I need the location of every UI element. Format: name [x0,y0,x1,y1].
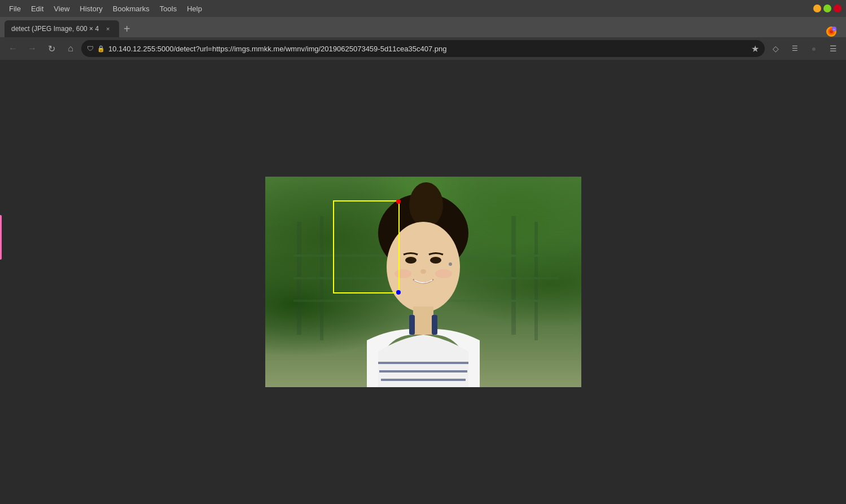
svg-point-16 [405,257,417,264]
home-button[interactable]: ⌂ [62,40,79,57]
menu-tools[interactable]: Tools [155,2,181,15]
nav-actions: ◇ ☰ ● ☰ [767,40,841,57]
window-controls [813,5,841,12]
person-figure [265,177,581,387]
left-accent [0,215,2,260]
svg-point-18 [420,269,426,274]
back-icon: ← [8,43,17,54]
reload-icon: ↻ [48,43,55,54]
security-icon: 🛡 [87,45,94,52]
menu-button[interactable]: ☰ [825,40,841,57]
close-button[interactable] [834,5,841,12]
svg-rect-25 [409,315,415,335]
svg-point-14 [409,182,443,227]
menu-file[interactable]: File [5,2,25,15]
bookmark-star-icon[interactable]: ★ [751,43,759,54]
lock-icon: 🔒 [97,45,105,52]
image-container [265,177,581,387]
maximize-button[interactable] [823,5,831,12]
tab-title: detect (JPEG Image, 600 × 4 [11,25,99,33]
navbar: ← → ↻ ⌂ 🛡 🔒 10.140.12.255:5000/detect?ur… [0,37,846,60]
menu-view[interactable]: View [49,2,74,15]
menu-edit[interactable]: Edit [27,2,48,15]
reload-button[interactable]: ↻ [43,40,60,57]
svg-point-19 [394,269,411,278]
user-button[interactable]: ● [805,40,822,57]
home-icon: ⌂ [68,43,73,54]
user-icon: ● [812,44,816,53]
active-tab[interactable]: detect (JPEG Image, 600 × 4 × [5,20,119,37]
svg-point-17 [430,257,441,264]
main-image [265,177,581,387]
menu-bookmarks[interactable]: Bookmarks [108,2,154,15]
reader-icon: ☰ [792,45,798,52]
tabbar: detect (JPEG Image, 600 × 4 × + ∞ [0,17,846,37]
back-button[interactable]: ← [5,40,21,57]
reader-view-button[interactable]: ☰ [786,40,803,57]
forward-button[interactable]: → [24,40,41,57]
content-area [0,60,846,504]
hamburger-icon: ☰ [830,44,837,53]
url-text: 10.140.12.255:5000/detect?url=https://im… [108,45,748,53]
svg-rect-26 [432,315,437,335]
firefox-icon: ∞ [826,26,837,37]
svg-rect-21 [413,306,433,335]
new-tab-button[interactable]: + [119,20,135,37]
svg-text:∞: ∞ [833,28,835,31]
titlebar-menu: File Edit View History Bookmarks Tools H… [5,2,207,15]
menu-help[interactable]: Help [182,2,207,15]
svg-point-20 [435,269,452,278]
titlebar: File Edit View History Bookmarks Tools H… [0,0,846,17]
pocket-icon: ◇ [773,44,779,53]
pocket-button[interactable]: ◇ [767,40,784,57]
forward-icon: → [28,43,37,54]
url-bar[interactable]: 🛡 🔒 10.140.12.255:5000/detect?url=https:… [81,40,765,57]
menu-history[interactable]: History [75,2,107,15]
minimize-button[interactable] [813,5,821,12]
svg-point-15 [387,222,460,312]
tab-close-button[interactable]: × [103,24,112,33]
